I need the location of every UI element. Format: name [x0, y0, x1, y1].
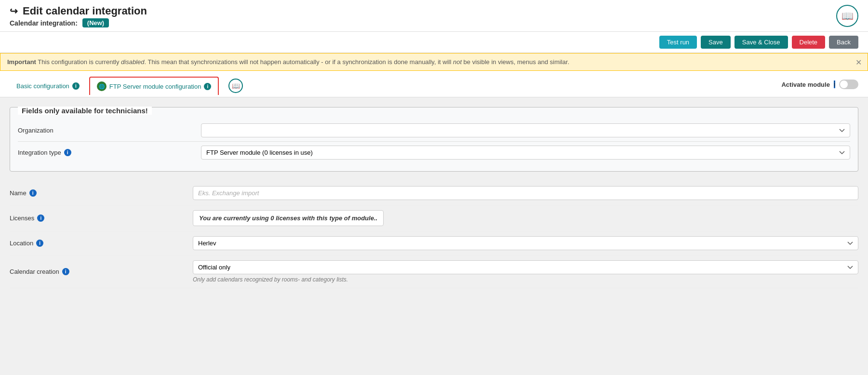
alert-italic2: not: [453, 58, 462, 66]
calendar-creation-note: Only add calendars recognized by rooms- …: [193, 276, 858, 283]
back-button[interactable]: Back: [829, 36, 858, 49]
main-content: Fields only available for technicians! O…: [0, 97, 868, 298]
integration-type-label: Integration type: [18, 149, 61, 156]
title-text: Edit calendar integration: [23, 5, 147, 17]
location-label-container: Location i: [10, 240, 193, 247]
tab-ftp-config[interactable]: 🌐 FTP Server module configuration i: [89, 77, 219, 95]
name-label-container: Name i: [10, 189, 193, 197]
activate-module-info-icon[interactable]: i: [834, 80, 835, 88]
licenses-info-icon[interactable]: i: [37, 214, 44, 222]
location-input-container[interactable]: Herlev: [193, 236, 858, 250]
save-button[interactable]: Save: [701, 36, 731, 49]
ftp-config-info-icon[interactable]: i: [204, 83, 211, 90]
technicians-title: Fields only available for technicians!: [18, 107, 152, 115]
subtitle-row: Calendar integration: (New): [10, 18, 147, 27]
save-close-button[interactable]: Save & Close: [734, 36, 788, 49]
alert-close-button[interactable]: ✕: [855, 57, 862, 67]
location-row: Location i Herlev: [10, 231, 858, 255]
header-logo: 📖: [836, 5, 858, 27]
calendar-creation-info-icon[interactable]: i: [62, 268, 69, 275]
tech-fields: Organization Integration type i FTP Serv…: [10, 115, 858, 171]
calendar-creation-label-container: Calendar creation i: [10, 268, 193, 275]
location-label: Location: [10, 240, 33, 247]
organization-row: Organization: [18, 120, 850, 142]
integration-type-select[interactable]: FTP Server module (0 licenses in use): [201, 146, 850, 160]
name-input-container[interactable]: [193, 186, 858, 200]
book-icon: 📖: [841, 10, 854, 22]
title-area: ↪ Edit calendar integration Calendar int…: [10, 5, 147, 27]
name-label: Name: [10, 189, 27, 197]
tabs-left: Basic configuration i 🌐 FTP Server modul…: [10, 75, 250, 97]
name-input[interactable]: [193, 186, 858, 200]
basic-config-info-icon[interactable]: i: [72, 82, 80, 90]
new-badge: (New): [82, 18, 109, 27]
licenses-label-container: Licenses i: [10, 214, 193, 222]
ftp-config-label: FTP Server module configuration: [109, 83, 201, 90]
calendar-creation-label: Calendar creation: [10, 268, 59, 275]
tab-basic-config[interactable]: Basic configuration i: [10, 79, 86, 94]
tabs-right: Activate module i: [781, 80, 858, 92]
activate-module-label: Activate module: [781, 81, 829, 88]
toolbar: Test run Save Save & Close Delete Back: [0, 32, 868, 53]
alert-body: This configuration is currently disabled…: [38, 58, 569, 66]
activate-module-toggle[interactable]: [839, 80, 858, 89]
title-icon: ↪: [10, 5, 18, 17]
licenses-label: Licenses: [10, 214, 34, 222]
integration-type-input[interactable]: FTP Server module (0 licenses in use): [201, 146, 850, 160]
licenses-info-box: You are currently using 0 licenses with …: [193, 210, 384, 226]
normal-fields: Name i Licenses i You are currently usin…: [10, 181, 858, 288]
basic-config-label: Basic configuration: [16, 82, 69, 90]
calendar-creation-select[interactable]: Official only: [193, 260, 858, 274]
calendar-creation-row: Calendar creation i Official only Only a…: [10, 255, 858, 288]
alert-italic1: disabled: [121, 58, 144, 66]
integration-type-label-container: Integration type i: [18, 149, 201, 156]
calendar-creation-input-container[interactable]: Official only Only add calendars recogni…: [193, 260, 858, 283]
ftp-server-icon: 🌐: [97, 81, 107, 91]
location-select[interactable]: Herlev: [193, 236, 858, 250]
name-row: Name i: [10, 181, 858, 205]
name-info-icon[interactable]: i: [29, 189, 37, 197]
page-header: ↪ Edit calendar integration Calendar int…: [0, 0, 868, 32]
delete-button[interactable]: Delete: [792, 36, 826, 49]
integration-type-info-icon[interactable]: i: [64, 149, 71, 156]
licenses-info-container: You are currently using 0 licenses with …: [193, 210, 858, 226]
book-tab-icon: 📖: [228, 79, 243, 93]
alert-banner: Important This configuration is currentl…: [0, 53, 868, 71]
organization-label: Organization: [18, 127, 201, 134]
technicians-box: Fields only available for technicians! O…: [10, 107, 858, 172]
tab-book[interactable]: 📖: [222, 75, 250, 97]
test-run-button[interactable]: Test run: [659, 36, 697, 49]
alert-strong: Important: [7, 58, 36, 66]
page-title: ↪ Edit calendar integration: [10, 5, 147, 17]
location-info-icon[interactable]: i: [36, 240, 43, 247]
licenses-row: Licenses i You are currently using 0 lic…: [10, 205, 858, 231]
integration-type-row: Integration type i FTP Server module (0 …: [18, 142, 850, 163]
tabs-bar: Basic configuration i 🌐 FTP Server modul…: [0, 71, 868, 97]
organization-input[interactable]: [201, 123, 850, 137]
organization-select[interactable]: [201, 123, 850, 137]
subtitle-label: Calendar integration:: [10, 19, 78, 27]
